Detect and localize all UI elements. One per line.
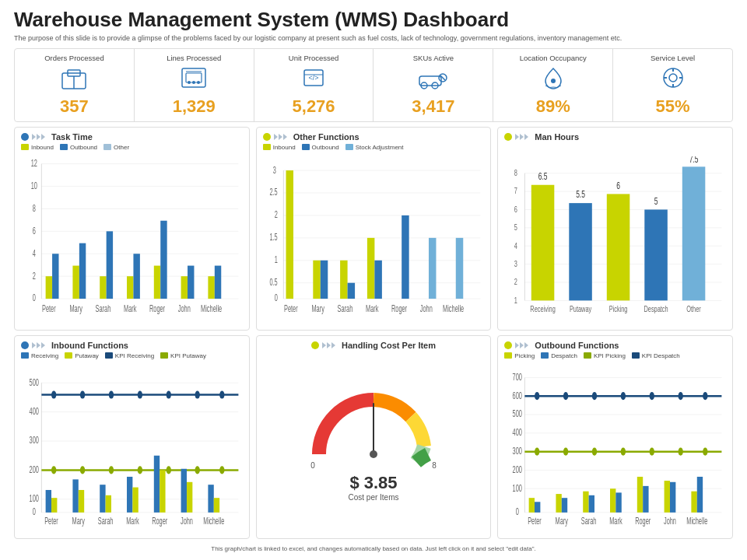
other-functions-title: Other Functions: [293, 132, 359, 142]
svg-text:Mary: Mary: [311, 303, 324, 313]
bottom-note: This graph/chart is linked to excel, and…: [14, 544, 733, 552]
outbound-legend: Picking Despatch KPI Picking KPI Despatc…: [504, 352, 726, 359]
man-hours-title: Man Hours: [535, 132, 579, 142]
svg-point-139: [51, 390, 56, 398]
kpi-service: Service Level 55%: [613, 49, 732, 121]
svg-text:John: John: [664, 516, 676, 526]
svg-point-150: [138, 466, 142, 474]
svg-text:Sarah: Sarah: [337, 303, 352, 313]
svg-point-209: [703, 392, 707, 400]
svg-rect-165: [187, 482, 192, 513]
svg-text:Mary: Mary: [556, 516, 568, 526]
gauge-min: 0: [310, 461, 315, 470]
handling-value: $ 3.85: [348, 473, 398, 493]
svg-rect-82: [374, 261, 381, 299]
svg-text:Mary: Mary: [72, 516, 85, 526]
legend-of-picking-label: Picking: [514, 352, 535, 359]
legend-of-despatch: Despatch: [541, 352, 577, 359]
svg-text:6: 6: [617, 180, 621, 191]
svg-text:8: 8: [33, 203, 36, 213]
outbound-area: 700 600 500 400 300 200 100 0: [504, 362, 726, 534]
svg-point-151: [167, 466, 171, 474]
other-functions-chart: Other Functions Inbound Outbound Stock A…: [256, 127, 492, 331]
subtitle: The purpose of this slide is to provide …: [14, 33, 733, 44]
man-hours-arrows: [515, 134, 528, 140]
svg-rect-222: [692, 492, 697, 513]
svg-rect-215: [589, 495, 594, 513]
outbound-dot: [504, 341, 512, 349]
legend-inbound-box: [21, 144, 29, 150]
svg-rect-78: [320, 261, 327, 299]
svg-text:Michelle: Michelle: [443, 303, 464, 313]
svg-rect-49: [181, 276, 188, 299]
legend-if-kpi-receiving: KPI Receiving: [105, 352, 154, 359]
svg-rect-218: [637, 477, 643, 513]
other-functions-legend: Inbound Outbound Stock Adjustment: [263, 144, 485, 151]
svg-text:2: 2: [274, 209, 277, 219]
legend-if-putaway-label: Putaway: [75, 352, 99, 359]
svg-rect-45: [127, 276, 133, 299]
svg-text:Mark: Mark: [610, 516, 622, 526]
svg-text:5.5: 5.5: [577, 188, 586, 199]
svg-rect-40: [52, 254, 58, 299]
svg-point-153: [219, 466, 224, 474]
task-time-area: 12 10 8 6 4 2 0: [21, 153, 243, 325]
svg-rect-53: [215, 265, 221, 299]
man-hours-area: 8 7 6 5 4 3 2 1: [504, 156, 726, 325]
kpi-occupancy: Location Occupancy 89%: [493, 49, 613, 121]
svg-point-195: [535, 447, 539, 455]
svg-point-152: [195, 466, 200, 474]
legend-outbound: Outbound: [60, 144, 97, 151]
legend-of-outbound-label: Outbound: [312, 144, 339, 151]
svg-rect-118: [682, 166, 706, 300]
svg-text:Roger: Roger: [635, 516, 651, 526]
svg-point-147: [51, 466, 56, 474]
svg-rect-217: [616, 492, 622, 513]
svg-rect-85: [455, 238, 462, 299]
legend-if-kpi-receiving-label: KPI Receiving: [115, 352, 154, 359]
svg-text:6.5: 6.5: [538, 170, 548, 181]
svg-point-149: [109, 466, 114, 474]
other-functions-area: 3 2.5 2 1.5 1 0.5 0: [263, 153, 485, 325]
svg-point-196: [563, 447, 568, 455]
kpi-lines-value: 1,329: [173, 96, 216, 117]
kpi-units: Unit Processed </> 5,276: [254, 49, 374, 121]
svg-point-7: [192, 81, 195, 84]
svg-rect-221: [670, 482, 675, 513]
kpi-occupancy-icon: [538, 65, 569, 95]
svg-rect-220: [665, 481, 670, 513]
svg-rect-158: [100, 485, 105, 513]
svg-rect-46: [133, 254, 139, 299]
other-functions-dot: [263, 133, 271, 141]
svg-text:Sarah: Sarah: [98, 516, 114, 526]
svg-point-199: [650, 447, 654, 455]
legend-other-label: Other: [114, 144, 129, 151]
legend-if-kpi-putaway-label: KPI Putaway: [170, 352, 206, 359]
task-time-title: Task Time: [51, 132, 93, 142]
legend-other: Other: [103, 144, 129, 151]
svg-rect-214: [584, 492, 589, 513]
svg-rect-161: [132, 487, 138, 512]
svg-text:6: 6: [33, 226, 36, 236]
svg-rect-43: [100, 276, 106, 299]
inbound-legend: Receiving Putaway KPI Receiving KPI Puta…: [21, 352, 243, 359]
kpi-skus: SKUs Active 3,417: [374, 49, 493, 121]
svg-text:7.5: 7.5: [689, 156, 699, 165]
svg-text:Sarah: Sarah: [96, 303, 111, 313]
page-title: Warehouse Management System (WMS) Dashbo…: [14, 8, 733, 32]
svg-text:Roger: Roger: [152, 516, 168, 526]
legend-of-picking: Picking: [504, 352, 535, 359]
legend-of-stock: Stock Adjustment: [345, 144, 404, 151]
svg-text:4: 4: [514, 240, 518, 250]
svg-text:200: 200: [30, 464, 40, 474]
legend-of-outbound-box: [302, 144, 310, 150]
svg-text:Peter: Peter: [284, 303, 298, 313]
charts-row-1: Task Time Inbound Outbound Other: [14, 127, 733, 331]
svg-point-201: [703, 447, 707, 455]
svg-rect-41: [72, 265, 79, 299]
handling-area: 0 8 $ 3.85 Cost per Items: [296, 352, 451, 534]
svg-rect-44: [107, 231, 113, 299]
kpi-units-value: 5,276: [293, 96, 335, 117]
svg-text:500: 500: [30, 377, 40, 387]
kpi-service-icon: [658, 65, 689, 95]
